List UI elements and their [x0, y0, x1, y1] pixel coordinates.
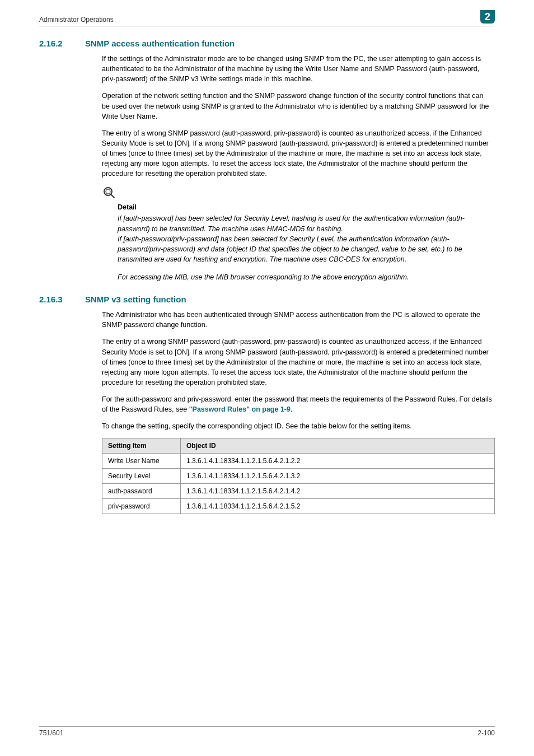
- paragraph: To change the setting, specify the corre…: [102, 421, 493, 431]
- paragraph-text: For the auth-password and priv-password,…: [102, 395, 492, 413]
- table-row: priv-password 1.3.6.1.4.1.18334.1.1.2.1.…: [102, 499, 495, 514]
- table-cell: priv-password: [102, 499, 181, 514]
- table-cell: 1.3.6.1.4.1.18334.1.1.2.1.5.6.4.2.1.5.2: [181, 499, 495, 514]
- table-cell: 1.3.6.1.4.1.18334.1.1.2.1.5.6.4.2.1.4.2: [181, 484, 495, 499]
- footer-model: 751/601: [39, 729, 63, 737]
- paragraph: The Administrator who has been authentic…: [102, 310, 493, 330]
- table-row: Security Level 1.3.6.1.4.1.18334.1.1.2.1…: [102, 469, 495, 484]
- cross-reference-link[interactable]: "Password Rules" on page 1-9: [189, 405, 291, 413]
- section-title: SNMP v3 setting function: [85, 295, 186, 304]
- table-cell: 1.3.6.1.4.1.18334.1.1.2.1.5.6.4.2.1.2.2: [181, 454, 495, 469]
- detail-body: For accessing the MIB, use the MIB brows…: [118, 272, 493, 282]
- table-cell: Write User Name: [102, 454, 181, 469]
- paragraph-text: .: [291, 405, 292, 413]
- table-cell: 1.3.6.1.4.1.18334.1.1.2.1.5.6.4.2.1.3.2: [181, 469, 495, 484]
- chapter-number-badge: 2: [480, 10, 495, 24]
- detail-heading: Detail: [118, 203, 495, 211]
- table-header-cell: Setting Item: [102, 438, 181, 454]
- table-header-cell: Object ID: [181, 438, 495, 454]
- footer-page-number: 2-100: [477, 729, 495, 737]
- detail-body: If [auth-password] has been selected for…: [118, 213, 493, 264]
- paragraph: For the auth-password and priv-password,…: [102, 394, 493, 414]
- table-row: auth-password 1.3.6.1.4.1.18334.1.1.2.1.…: [102, 484, 495, 499]
- table-cell: auth-password: [102, 484, 181, 499]
- table-row: Write User Name 1.3.6.1.4.1.18334.1.1.2.…: [102, 454, 495, 469]
- section-number: 2.16.2: [39, 39, 72, 48]
- magnifier-icon: [102, 185, 495, 202]
- table-header-row: Setting Item Object ID: [102, 438, 495, 454]
- section-title: SNMP access authentication function: [85, 39, 235, 48]
- section-number: 2.16.3: [39, 295, 72, 304]
- svg-point-1: [106, 189, 110, 194]
- paragraph: If the settings of the Administrator mod…: [102, 54, 493, 84]
- paragraph: The entry of a wrong SNMP password (auth…: [102, 128, 493, 179]
- running-header-title: Administrator Operations: [39, 16, 114, 24]
- object-id-table: Setting Item Object ID Write User Name 1…: [102, 438, 495, 514]
- table-cell: Security Level: [102, 469, 181, 484]
- paragraph: Operation of the network setting functio…: [102, 91, 493, 121]
- paragraph: The entry of a wrong SNMP password (auth…: [102, 337, 493, 388]
- svg-line-2: [111, 194, 114, 198]
